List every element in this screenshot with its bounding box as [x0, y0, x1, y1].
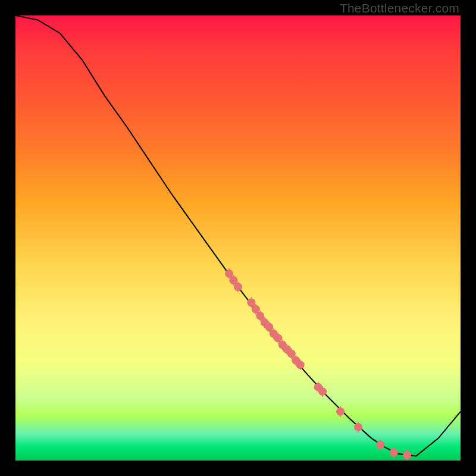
- data-point: [376, 441, 384, 449]
- data-point: [234, 283, 242, 291]
- chart-container: TheBottlenecker.com: [0, 0, 476, 476]
- plot-area: [15, 15, 461, 461]
- data-ticks: [229, 268, 407, 461]
- chart-svg: [15, 15, 461, 461]
- data-point: [403, 451, 411, 459]
- data-point: [296, 361, 305, 369]
- data-point: [318, 387, 327, 396]
- data-point: [390, 449, 398, 457]
- data-point: [354, 423, 362, 431]
- watermark-text: TheBottlenecker.com: [340, 1, 459, 15]
- data-point: [336, 408, 345, 416]
- data-points: [225, 270, 411, 459]
- bottleneck-curve: [15, 15, 461, 456]
